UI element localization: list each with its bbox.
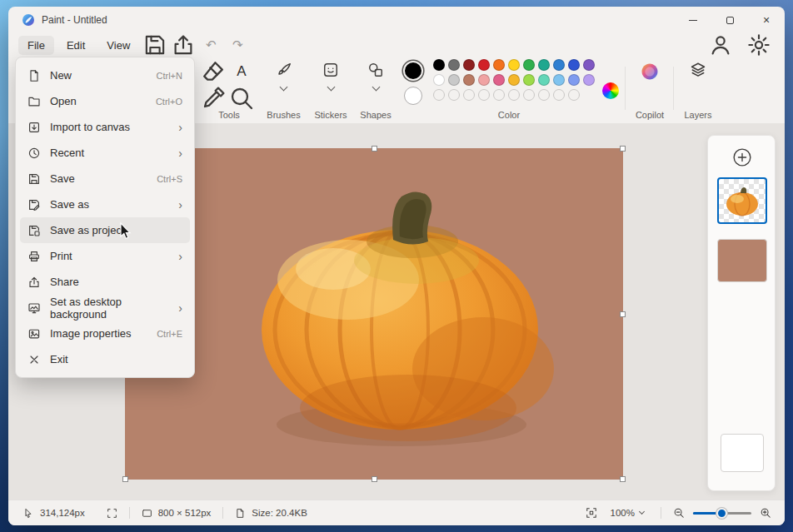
plus-circle-icon (732, 147, 752, 167)
resize-handle-bottom-right[interactable] (620, 476, 626, 482)
secondary-color-swatch[interactable] (404, 87, 422, 105)
canvas-background-thumbnail[interactable] (721, 434, 764, 472)
view-menu-button[interactable]: View (97, 36, 139, 55)
minimize-button[interactable] (675, 7, 711, 33)
layers-button[interactable] (676, 62, 720, 78)
color-swatch[interactable] (463, 59, 475, 71)
file-menu-item-recent[interactable]: Recent › (20, 140, 190, 166)
file-menu-item-label: Save (50, 172, 157, 185)
eyedropper-tool-button[interactable] (200, 86, 227, 111)
file-menu-item-print[interactable]: Print › (20, 243, 190, 269)
palette-row-1 (433, 59, 595, 71)
zoom-level-dropdown[interactable]: 100% (606, 505, 649, 521)
quick-share-button[interactable] (171, 34, 196, 56)
color-swatch[interactable] (433, 59, 445, 71)
file-menu-item-label: Print (50, 250, 178, 262)
primary-color-swatch[interactable] (403, 61, 423, 81)
text-tool-button[interactable]: A (228, 59, 255, 84)
file-menu-item-save-as[interactable]: Save as › (20, 191, 190, 217)
file-menu-item-exit[interactable]: Exit (20, 346, 190, 372)
file-menu-item-image-properties[interactable]: Image properties Ctrl+E (20, 321, 190, 346)
magnifier-icon (228, 85, 255, 112)
custom-color-slot[interactable] (553, 89, 565, 101)
zoom-in-button[interactable] (760, 507, 771, 519)
file-menu-item-open[interactable]: Open Ctrl+O (20, 88, 190, 114)
color-swatch[interactable] (493, 59, 505, 71)
layer-thumbnail-background[interactable] (717, 239, 767, 282)
color-swatch[interactable] (538, 59, 550, 71)
print-icon (27, 250, 41, 263)
eraser-tool-button[interactable] (200, 59, 227, 84)
color-swatch[interactable] (538, 74, 550, 86)
color-swatch[interactable] (493, 74, 505, 86)
resize-handle-top-center[interactable] (372, 146, 377, 152)
color-swatch[interactable] (568, 59, 580, 71)
add-layer-button[interactable] (732, 147, 752, 167)
zoom-slider[interactable] (693, 507, 751, 519)
color-swatch[interactable] (478, 59, 490, 71)
color-swatch[interactable] (553, 74, 565, 86)
quick-save-button[interactable] (142, 34, 167, 56)
settings-button[interactable] (746, 34, 771, 56)
file-menu-item-import-to-canvas[interactable]: Import to canvas › (20, 114, 190, 140)
resize-handle-top-right[interactable] (620, 146, 626, 152)
zoom-slider-thumb[interactable] (716, 508, 727, 519)
account-button[interactable] (708, 34, 733, 56)
fit-to-screen-button[interactable] (586, 507, 597, 519)
magnifier-tool-button[interactable] (228, 86, 255, 111)
paint-app-icon (22, 13, 35, 27)
color-swatch[interactable] (508, 59, 520, 71)
file-menu-item-label: Image properties (50, 327, 157, 340)
color-swatch[interactable] (583, 59, 595, 71)
resize-handle-mid-right[interactable] (620, 311, 626, 317)
color-swatch[interactable] (463, 74, 475, 86)
stickers-button[interactable] (307, 62, 355, 90)
file-menu-item-new[interactable]: New Ctrl+N (20, 62, 190, 88)
file-menu-item-share[interactable]: Share (20, 269, 190, 295)
custom-color-slot[interactable] (508, 89, 520, 101)
copilot-button[interactable] (628, 62, 671, 82)
color-swatch[interactable] (508, 74, 520, 86)
color-swatch[interactable] (553, 59, 565, 71)
maximize-button[interactable] (711, 7, 748, 33)
tools-label: Tools (193, 110, 265, 120)
color-swatch[interactable] (448, 74, 460, 86)
redo-button[interactable]: ↷ (226, 34, 249, 56)
color-swatch[interactable] (583, 74, 595, 86)
text-tool-icon: A (237, 63, 246, 80)
custom-color-slot[interactable] (493, 89, 505, 101)
color-swatch[interactable] (478, 74, 490, 86)
color-swatch[interactable] (448, 59, 460, 71)
resize-handle-bottom-left[interactable] (122, 476, 128, 482)
color-swatch[interactable] (523, 74, 535, 86)
submenu-arrow-icon: › (178, 122, 182, 133)
canvas-surface[interactable] (125, 148, 623, 480)
save-icon (27, 172, 41, 186)
custom-color-slot[interactable] (568, 89, 580, 101)
edit-colors-button[interactable] (602, 82, 619, 99)
undo-button[interactable]: ↶ (199, 34, 222, 56)
color-swatch[interactable] (433, 74, 445, 86)
custom-color-slot[interactable] (523, 89, 535, 101)
file-menu-button[interactable]: File (18, 36, 54, 55)
custom-color-slot[interactable] (433, 89, 445, 101)
canvas[interactable] (125, 148, 623, 480)
color-swatch[interactable] (523, 59, 535, 71)
resize-handle-bottom-center[interactable] (372, 476, 377, 482)
custom-color-slot[interactable] (478, 89, 490, 101)
share-icon (171, 32, 196, 57)
zoom-out-button[interactable] (673, 507, 685, 519)
custom-color-slot[interactable] (463, 89, 475, 101)
edit-menu-button[interactable]: Edit (57, 36, 94, 55)
color-swatch[interactable] (568, 74, 580, 86)
file-menu-item-set-as-desktop-background[interactable]: Set as desktop background › (20, 295, 190, 321)
custom-color-slot[interactable] (538, 89, 550, 101)
file-menu-item-save-as-project[interactable]: Save as project (20, 217, 190, 243)
shapes-button[interactable] (355, 62, 396, 90)
file-menu-item-save[interactable]: Save Ctrl+S (20, 166, 190, 191)
file-size-icon (235, 508, 246, 519)
layer-thumbnail-pumpkin[interactable] (717, 177, 767, 224)
close-button[interactable]: × (748, 7, 785, 33)
custom-color-slot[interactable] (448, 89, 460, 101)
brushes-button[interactable] (261, 62, 307, 90)
